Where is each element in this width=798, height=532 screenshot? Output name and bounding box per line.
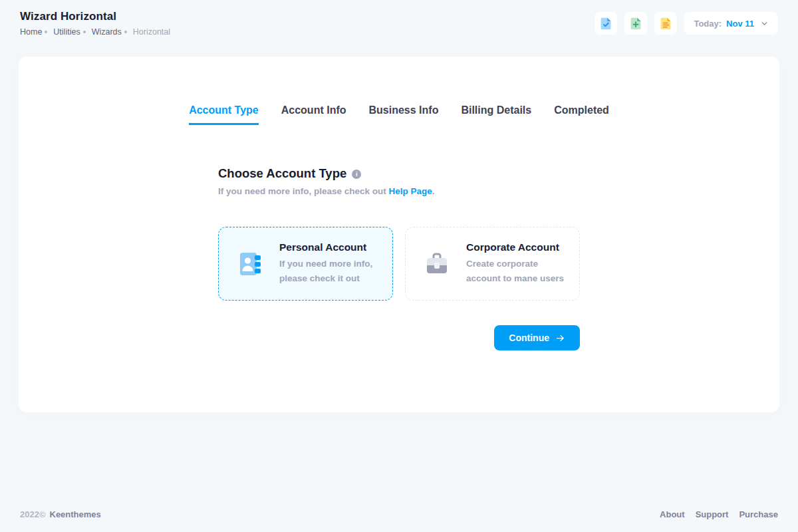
file-lines-button[interactable] bbox=[654, 12, 677, 35]
file-lines-icon bbox=[659, 17, 673, 31]
help-page-link[interactable]: Help Page bbox=[389, 186, 432, 196]
info-icon[interactable]: i bbox=[352, 170, 361, 179]
file-check-icon bbox=[599, 17, 613, 31]
breadcrumb-item-wizards[interactable]: Wizards bbox=[92, 27, 122, 37]
date-value: Nov 11 bbox=[726, 19, 754, 29]
chevron-down-icon bbox=[760, 19, 769, 28]
footer-link-support[interactable]: Support bbox=[696, 509, 729, 519]
file-check-button[interactable] bbox=[595, 12, 617, 35]
breadcrumb-item-utilities[interactable]: Utilities bbox=[53, 27, 80, 37]
arrow-right-icon bbox=[555, 333, 565, 343]
footer-link-about[interactable]: About bbox=[660, 509, 685, 519]
continue-label: Continue bbox=[509, 332, 549, 343]
subtitle-text: If you need more info, please check out bbox=[218, 186, 386, 196]
option-title: Corporate Account bbox=[466, 241, 567, 253]
breadcrumb-item-home[interactable]: Home bbox=[20, 27, 42, 37]
form-heading-row: Choose Account Type i bbox=[218, 166, 580, 181]
footer-link-purchase[interactable]: Purchase bbox=[739, 509, 778, 519]
option-corporate-account[interactable]: Corporate Account Create corporate accou… bbox=[405, 227, 580, 301]
option-description: If you need more info, please check it o… bbox=[279, 257, 380, 285]
option-description: Create corporate account to mane users bbox=[466, 257, 567, 285]
copyright-year: 2022© bbox=[20, 509, 46, 519]
briefcase-icon bbox=[422, 249, 452, 279]
breadcrumb-item-horizontal: Horizontal bbox=[133, 27, 170, 37]
subtitle-period: . bbox=[432, 186, 435, 196]
header-toolbar: Today: Nov 11 bbox=[595, 12, 778, 35]
continue-button[interactable]: Continue bbox=[494, 325, 580, 350]
option-text: Personal Account If you need more info, … bbox=[279, 241, 380, 285]
form-subtitle: If you need more info, please check out … bbox=[218, 186, 580, 196]
form-heading: Choose Account Type bbox=[218, 166, 346, 181]
step-billing-details[interactable]: Billing Details bbox=[461, 104, 531, 125]
copyright-brand-link[interactable]: Keenthemes bbox=[50, 509, 101, 519]
file-plus-icon bbox=[629, 17, 643, 31]
date-label: Today: bbox=[694, 19, 722, 29]
page-header: Wizard Horizontal Home Utilities Wizards… bbox=[0, 0, 798, 47]
page-title: Wizard Horizontal bbox=[20, 10, 170, 23]
address-book-icon bbox=[235, 249, 265, 279]
step-account-info[interactable]: Account Info bbox=[281, 104, 346, 125]
form-actions: Continue bbox=[218, 325, 580, 350]
breadcrumb: Home Utilities Wizards Horizontal bbox=[20, 27, 170, 37]
option-personal-account[interactable]: Personal Account If you need more info, … bbox=[218, 227, 393, 301]
footer-copyright: 2022© Keenthemes bbox=[20, 509, 101, 519]
wizard-stepper: Account Type Account Info Business Info … bbox=[19, 104, 779, 125]
date-selector[interactable]: Today: Nov 11 bbox=[684, 12, 778, 35]
breadcrumb-separator bbox=[124, 31, 127, 33]
option-title: Personal Account bbox=[279, 241, 380, 253]
footer-links: About Support Purchase bbox=[660, 509, 778, 519]
option-text: Corporate Account Create corporate accou… bbox=[466, 241, 567, 285]
step-account-type[interactable]: Account Type bbox=[189, 104, 259, 125]
wizard-form: Choose Account Type i If you need more i… bbox=[218, 166, 580, 350]
page-footer: 2022© Keenthemes About Support Purchase bbox=[0, 509, 798, 532]
account-type-options: Personal Account If you need more info, … bbox=[218, 227, 580, 301]
breadcrumb-separator bbox=[45, 31, 47, 33]
header-left: Wizard Horizontal Home Utilities Wizards… bbox=[20, 10, 170, 37]
step-completed[interactable]: Completed bbox=[554, 104, 609, 125]
step-business-info[interactable]: Business Info bbox=[369, 104, 439, 125]
breadcrumb-separator bbox=[83, 31, 86, 33]
wizard-card: Account Type Account Info Business Info … bbox=[19, 57, 779, 412]
file-plus-button[interactable] bbox=[624, 12, 647, 35]
